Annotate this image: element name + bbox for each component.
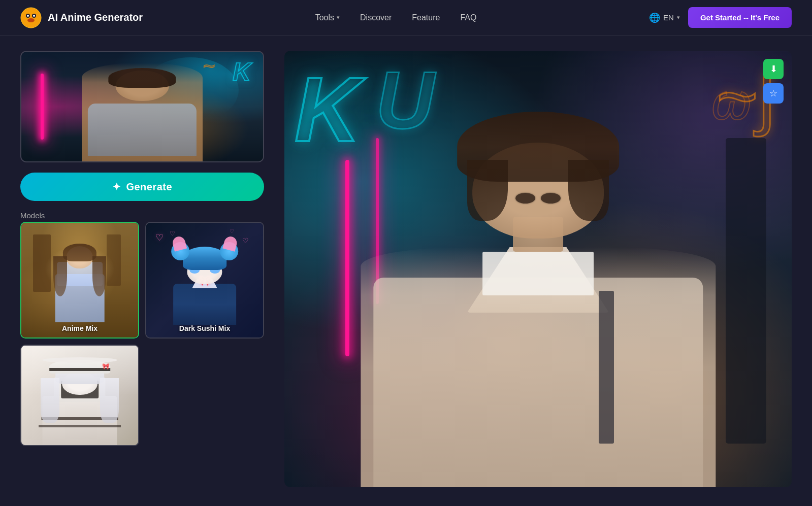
main-content: K ~ ✦ Generate Models: [0, 36, 812, 502]
model-card-gothic[interactable]: 🎀: [20, 345, 139, 446]
sparkle-icon: ✦: [112, 181, 121, 193]
svg-point-4: [33, 15, 35, 17]
image-upload-area[interactable]: K ~: [20, 51, 264, 162]
character-backpack-strap: [599, 291, 614, 444]
logo-icon: [20, 7, 42, 28]
upload-preview: K ~: [21, 52, 263, 161]
generate-button-label: Generate: [126, 181, 172, 193]
navbar-brand: AI Anime Generator: [20, 7, 143, 28]
models-grid: Anime Mix ♡ ♡ ♡ ♡: [20, 222, 264, 339]
generate-button[interactable]: ✦ Generate: [20, 173, 264, 201]
nav-faq[interactable]: FAQ: [460, 13, 476, 22]
tools-chevron-icon: ▾: [337, 14, 340, 21]
nav-tools-label: Tools: [315, 13, 334, 22]
svg-point-3: [27, 15, 29, 17]
neon-pink-bar: [345, 160, 349, 356]
architectural-dark-panel: [726, 138, 766, 444]
lang-chevron-icon: ▾: [677, 14, 680, 21]
character-hair-left: [467, 160, 508, 221]
brand-name: AI Anime Generator: [48, 12, 143, 23]
character-eye-left: [515, 193, 536, 204]
nav-feature[interactable]: Feature: [412, 13, 440, 22]
lang-label: EN: [663, 13, 674, 22]
download-button[interactable]: ⬇: [763, 59, 784, 79]
nav-faq-label: FAQ: [460, 13, 476, 22]
left-panel: K ~ ✦ Generate Models: [20, 51, 264, 487]
navbar-center: Tools ▾ Discover Feature FAQ: [315, 13, 477, 22]
favorite-button[interactable]: ☆: [763, 83, 784, 104]
neon-text-u: U: [376, 59, 435, 141]
main-image-display: K U ~∫ ω: [284, 51, 792, 487]
character-shirt: [482, 252, 594, 295]
character-hair-right: [568, 160, 609, 221]
model-card-dark-sushi[interactable]: ♡ ♡ ♡ ♡ 🎀: [145, 222, 264, 339]
favorite-icon: ☆: [769, 88, 777, 99]
navbar-right: 🌐 EN ▾ Get Started -- It's Free: [649, 7, 792, 28]
cta-button[interactable]: Get Started -- It's Free: [688, 7, 792, 28]
neon-text-k: K: [295, 64, 361, 155]
nav-tools[interactable]: Tools ▾: [315, 13, 340, 22]
navbar: AI Anime Generator Tools ▾ Discover Feat…: [0, 0, 812, 36]
model-card-anime-mix[interactable]: Anime Mix: [20, 222, 139, 339]
neon-orange-symbol-2: ω: [711, 73, 751, 131]
download-icon: ⬇: [770, 63, 777, 75]
models-section-label: Models: [20, 211, 264, 220]
model-name-dark-sushi: Dark Sushi Mix: [146, 324, 263, 332]
globe-icon: 🌐: [649, 12, 660, 23]
character-eye-right: [541, 193, 561, 204]
right-panel: K U ~∫ ω: [284, 51, 792, 487]
svg-point-5: [27, 18, 35, 22]
nav-feature-label: Feature: [412, 13, 440, 22]
model-name-anime-mix: Anime Mix: [21, 324, 138, 332]
nav-discover-label: Discover: [360, 13, 392, 22]
image-action-buttons: ⬇ ☆: [763, 59, 784, 104]
models-third-row: 🎀: [20, 345, 264, 446]
nav-discover[interactable]: Discover: [360, 13, 392, 22]
models-section: Models: [20, 211, 264, 446]
language-selector[interactable]: 🌐 EN ▾: [649, 12, 680, 23]
